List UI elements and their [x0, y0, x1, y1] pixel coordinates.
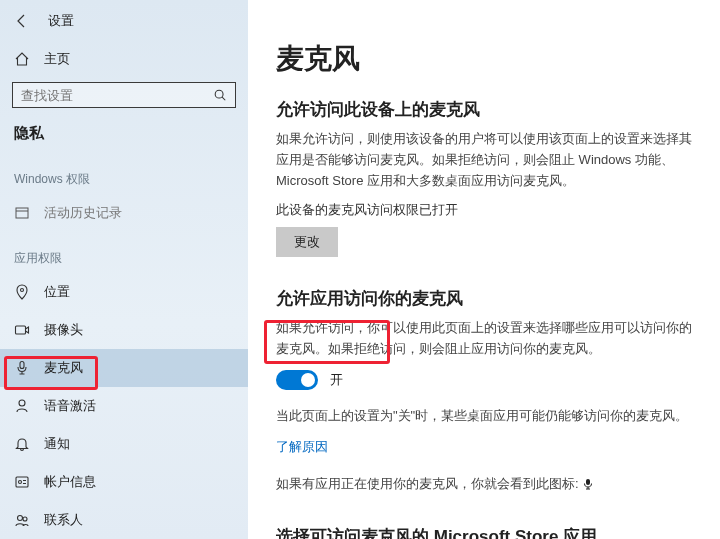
location-icon: [14, 284, 30, 300]
nav-label: 语音激活: [44, 397, 96, 415]
svg-rect-3: [16, 326, 26, 334]
sidebar-item-microphone[interactable]: 麦克风: [0, 349, 248, 387]
home-label: 主页: [44, 50, 70, 68]
sidebar-item-account[interactable]: 帐户信息: [0, 463, 248, 501]
group-label-windows: Windows 权限: [0, 161, 248, 194]
camera-icon: [14, 322, 30, 338]
svg-rect-10: [586, 479, 590, 485]
search-icon: [213, 88, 227, 102]
section3-heading: 选择可访问麦克风的 Microsoft Store 应用: [276, 525, 692, 539]
svg-point-0: [215, 90, 223, 98]
voice-icon: [14, 398, 30, 414]
svg-point-7: [19, 481, 22, 484]
window-title: 设置: [48, 12, 74, 30]
titlebar: 设置: [0, 4, 248, 40]
page-title: 麦克风: [276, 40, 692, 78]
learn-more-link[interactable]: 了解原因: [276, 439, 328, 454]
category-heading: 隐私: [0, 118, 248, 153]
section1-desc: 如果允许访问，则使用该设备的用户将可以使用该页面上的设置来选择其应用是否能够访问…: [276, 129, 692, 191]
history-icon: [14, 205, 30, 221]
svg-point-8: [18, 516, 23, 521]
sidebar-item-camera[interactable]: 摄像头: [0, 311, 248, 349]
sidebar-item-contacts[interactable]: 联系人: [0, 501, 248, 539]
toggle-state-label: 开: [330, 371, 343, 389]
contacts-icon: [14, 512, 30, 528]
sidebar-item-activity[interactable]: 活动历史记录: [0, 194, 248, 232]
sidebar-item-voice[interactable]: 语音激活: [0, 387, 248, 425]
nav-label: 活动历史记录: [44, 204, 122, 222]
nav-label: 通知: [44, 435, 70, 453]
section2-desc: 如果允许访问，你可以使用此页面上的设置来选择哪些应用可以访问你的麦克风。如果拒绝…: [276, 318, 692, 360]
account-icon: [14, 474, 30, 490]
search-input[interactable]: [21, 88, 213, 103]
svg-rect-4: [20, 362, 24, 369]
nav-label: 摄像头: [44, 321, 83, 339]
microphone-icon: [14, 360, 30, 376]
content-pane: 麦克风 允许访问此设备上的麦克风 如果允许访问，则使用该设备的用户将可以使用该页…: [248, 0, 720, 539]
bell-icon: [14, 436, 30, 452]
nav-label: 麦克风: [44, 359, 83, 377]
section2-note: 当此页面上的设置为"关"时，某些桌面应用可能仍能够访问你的麦克风。: [276, 406, 692, 427]
back-icon[interactable]: [14, 13, 30, 29]
svg-point-9: [23, 517, 27, 521]
nav-label: 帐户信息: [44, 473, 96, 491]
microphone-indicator-icon: [582, 478, 594, 490]
section1-heading: 允许访问此设备上的麦克风: [276, 98, 692, 121]
sidebar: 设置 主页 隐私 Windows 权限 活动历史记录 应用权限 位置 摄像头: [0, 0, 248, 539]
svg-rect-1: [16, 208, 28, 218]
sidebar-item-location[interactable]: 位置: [0, 273, 248, 311]
svg-point-2: [21, 289, 24, 292]
group-label-apps: 应用权限: [0, 240, 248, 273]
search-box[interactable]: [12, 82, 236, 108]
nav-label: 位置: [44, 283, 70, 301]
device-access-status: 此设备的麦克风访问权限已打开: [276, 201, 692, 219]
home-icon: [14, 51, 30, 67]
sidebar-item-notifications[interactable]: 通知: [0, 425, 248, 463]
allow-apps-toggle[interactable]: [276, 370, 318, 390]
svg-point-5: [19, 400, 25, 406]
section2-heading: 允许应用访问你的麦克风: [276, 287, 692, 310]
change-button[interactable]: 更改: [276, 227, 338, 257]
mic-in-use-tip: 如果有应用正在使用你的麦克风，你就会看到此图标:: [276, 474, 692, 495]
home-nav[interactable]: 主页: [0, 40, 248, 78]
nav-label: 联系人: [44, 511, 83, 529]
